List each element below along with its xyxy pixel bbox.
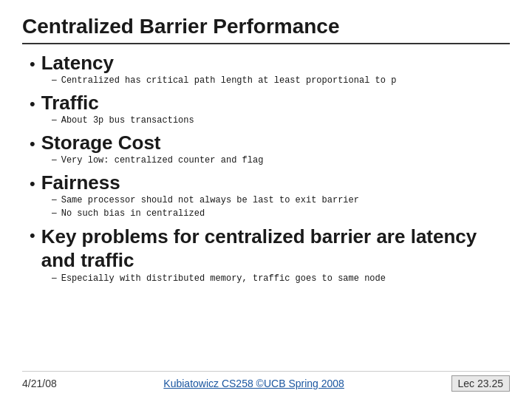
sub-bullet-storage-0: – Very low: centralized counter and flag bbox=[52, 154, 510, 167]
sub-bullets-storage: – Very low: centralized counter and flag bbox=[30, 154, 510, 167]
bullet-label-traffic: Traffic bbox=[41, 92, 99, 115]
bullet-label-storage: Storage Cost bbox=[41, 132, 161, 154]
bullet-storage-cost: • Storage Cost – Very low: centralized c… bbox=[30, 132, 510, 167]
bullet-dot-traffic: • bbox=[30, 96, 35, 112]
slide: Centralized Barrier Performance • Latenc… bbox=[0, 0, 532, 399]
footer: 4/21/08 Kubiatowicz CS258 ©UCB Spring 20… bbox=[22, 371, 510, 392]
bullet-dot-storage: • bbox=[30, 136, 35, 152]
sub-bullets-latency: – Centralized has critical path length a… bbox=[30, 75, 510, 87]
content-area: • Latency – Centralized has critical pat… bbox=[22, 52, 510, 367]
sub-text-traffic-0: About 3p bus transactions bbox=[61, 115, 194, 127]
footer-lecture: Lec 23.25 bbox=[451, 375, 511, 392]
sub-text-fairness-1: No such bias in centralized bbox=[61, 208, 205, 220]
bullet-label-fairness: Fairness bbox=[41, 171, 120, 194]
sub-text-key-problems-0: Especially with distributed memory, traf… bbox=[61, 273, 386, 285]
sub-bullets-fairness: – Same processor should not always be la… bbox=[30, 194, 510, 220]
sub-dash-fairness-1: – bbox=[52, 208, 57, 218]
bullet-traffic: • Traffic – About 3p bus transactions bbox=[30, 92, 510, 127]
sub-dash-fairness-0: – bbox=[52, 194, 57, 205]
bullet-latency: • Latency – Centralized has critical pat… bbox=[30, 52, 510, 87]
sub-bullet-fairness-1: – No such bias in centralized bbox=[52, 208, 510, 220]
bullet-fairness: • Fairness – Same processor should not a… bbox=[30, 171, 510, 220]
sub-bullet-latency-0: – Centralized has critical path length a… bbox=[52, 75, 510, 87]
bullet-dot-key-problems: • bbox=[30, 228, 35, 244]
sub-bullet-fairness-0: – Same processor should not always be la… bbox=[52, 194, 510, 207]
sub-text-storage-0: Very low: centralized counter and flag bbox=[61, 154, 264, 167]
sub-bullets-traffic: – About 3p bus transactions bbox=[30, 115, 510, 127]
sub-bullet-key-problems-0: – Especially with distributed memory, tr… bbox=[52, 273, 510, 285]
bullet-dot-latency: • bbox=[30, 56, 35, 72]
sub-text-latency-0: Centralized has critical path length at … bbox=[61, 75, 397, 87]
footer-date: 4/21/08 bbox=[22, 378, 57, 389]
sub-dash: – bbox=[52, 75, 57, 85]
sub-dash-traffic: – bbox=[52, 115, 57, 125]
footer-course: Kubiatowicz CS258 ©UCB Spring 2008 bbox=[163, 378, 344, 389]
sub-bullet-traffic-0: – About 3p bus transactions bbox=[52, 115, 510, 127]
sub-text-fairness-0: Same processor should not always be last… bbox=[61, 194, 359, 207]
bullet-label-latency: Latency bbox=[41, 52, 114, 75]
bullet-label-key-problems: Key problems for centralized barrier are… bbox=[41, 225, 510, 273]
sub-dash-key-problems: – bbox=[52, 273, 57, 283]
slide-title: Centralized Barrier Performance bbox=[22, 15, 510, 44]
sub-bullets-key-problems: – Especially with distributed memory, tr… bbox=[30, 273, 510, 285]
sub-dash-storage: – bbox=[52, 154, 57, 165]
bullet-dot-fairness: • bbox=[30, 176, 35, 192]
bullet-key-problems: • Key problems for centralized barrier a… bbox=[30, 225, 510, 285]
